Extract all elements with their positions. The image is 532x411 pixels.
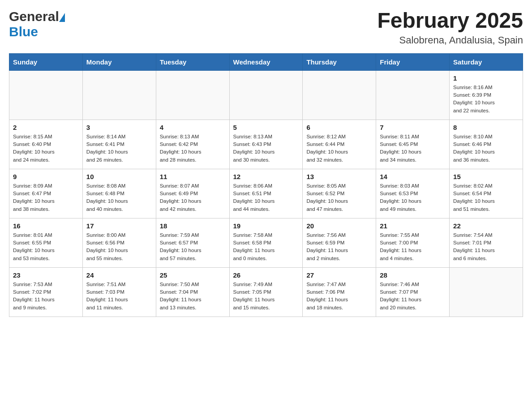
day-info: Sunrise: 8:00 AM Sunset: 6:56 PM Dayligh… xyxy=(86,231,152,262)
day-number: 14 xyxy=(380,173,446,180)
calendar-cell: 6Sunrise: 8:12 AM Sunset: 6:44 PM Daylig… xyxy=(303,120,376,169)
calendar-cell: 13Sunrise: 8:05 AM Sunset: 6:52 PM Dayli… xyxy=(303,169,376,218)
day-number: 10 xyxy=(86,173,152,180)
day-number: 13 xyxy=(306,173,372,180)
day-number: 11 xyxy=(160,173,226,180)
day-number: 6 xyxy=(306,124,372,131)
day-info: Sunrise: 8:12 AM Sunset: 6:44 PM Dayligh… xyxy=(306,133,372,164)
calendar-header: SundayMondayTuesdayWednesdayThursdayFrid… xyxy=(9,53,523,70)
day-info: Sunrise: 7:49 AM Sunset: 7:05 PM Dayligh… xyxy=(233,281,299,312)
day-info: Sunrise: 7:54 AM Sunset: 7:01 PM Dayligh… xyxy=(453,231,519,262)
day-number: 8 xyxy=(453,124,519,131)
calendar-week-row: 2Sunrise: 8:15 AM Sunset: 6:40 PM Daylig… xyxy=(9,120,523,169)
calendar-cell: 27Sunrise: 7:47 AM Sunset: 7:06 PM Dayli… xyxy=(303,267,376,317)
day-of-week-monday: Monday xyxy=(82,53,156,70)
calendar-cell: 17Sunrise: 8:00 AM Sunset: 6:56 PM Dayli… xyxy=(82,218,156,267)
calendar-cell: 18Sunrise: 7:59 AM Sunset: 6:57 PM Dayli… xyxy=(156,218,229,267)
day-number: 5 xyxy=(233,124,299,131)
day-of-week-thursday: Thursday xyxy=(303,53,376,70)
day-info: Sunrise: 7:55 AM Sunset: 7:00 PM Dayligh… xyxy=(380,231,446,262)
calendar-week-row: 1Sunrise: 8:16 AM Sunset: 6:39 PM Daylig… xyxy=(9,70,523,120)
day-of-week-sunday: Sunday xyxy=(9,53,83,70)
calendar-cell: 8Sunrise: 8:10 AM Sunset: 6:46 PM Daylig… xyxy=(450,120,523,169)
day-info: Sunrise: 8:01 AM Sunset: 6:55 PM Dayligh… xyxy=(13,231,79,262)
day-of-week-friday: Friday xyxy=(376,53,450,70)
calendar-cell: 5Sunrise: 8:13 AM Sunset: 6:43 PM Daylig… xyxy=(229,120,303,169)
calendar-cell: 1Sunrise: 8:16 AM Sunset: 6:39 PM Daylig… xyxy=(450,70,523,120)
calendar-cell: 26Sunrise: 7:49 AM Sunset: 7:05 PM Dayli… xyxy=(229,267,303,317)
day-info: Sunrise: 7:50 AM Sunset: 7:04 PM Dayligh… xyxy=(160,281,226,312)
page-header: General Blue February 2025 Salobrena, An… xyxy=(9,9,523,46)
calendar-week-row: 23Sunrise: 7:53 AM Sunset: 7:02 PM Dayli… xyxy=(9,267,523,317)
logo-triangle-icon xyxy=(59,13,65,22)
calendar-cell: 23Sunrise: 7:53 AM Sunset: 7:02 PM Dayli… xyxy=(9,267,83,317)
day-info: Sunrise: 7:46 AM Sunset: 7:07 PM Dayligh… xyxy=(380,281,446,312)
calendar-cell: 9Sunrise: 8:09 AM Sunset: 6:47 PM Daylig… xyxy=(9,169,83,218)
calendar-cell xyxy=(376,70,450,120)
day-number: 3 xyxy=(86,124,152,131)
day-info: Sunrise: 8:14 AM Sunset: 6:41 PM Dayligh… xyxy=(86,133,152,164)
day-number: 24 xyxy=(86,271,152,279)
day-number: 2 xyxy=(13,124,79,131)
day-number: 9 xyxy=(13,173,79,180)
calendar-cell xyxy=(9,70,83,120)
calendar-cell: 15Sunrise: 8:02 AM Sunset: 6:54 PM Dayli… xyxy=(450,169,523,218)
logo: General Blue xyxy=(9,9,65,39)
calendar-cell: 21Sunrise: 7:55 AM Sunset: 7:00 PM Dayli… xyxy=(376,218,450,267)
day-number: 15 xyxy=(453,173,519,180)
day-number: 21 xyxy=(380,222,446,230)
calendar-cell: 22Sunrise: 7:54 AM Sunset: 7:01 PM Dayli… xyxy=(450,218,523,267)
day-info: Sunrise: 8:02 AM Sunset: 6:54 PM Dayligh… xyxy=(453,182,519,213)
calendar-cell xyxy=(303,70,376,120)
location-text: Salobrena, Andalusia, Spain xyxy=(377,34,523,46)
day-of-week-wednesday: Wednesday xyxy=(229,53,303,70)
day-info: Sunrise: 8:09 AM Sunset: 6:47 PM Dayligh… xyxy=(13,182,79,213)
day-info: Sunrise: 8:06 AM Sunset: 6:51 PM Dayligh… xyxy=(233,182,299,213)
day-number: 23 xyxy=(13,271,79,279)
calendar-cell: 16Sunrise: 8:01 AM Sunset: 6:55 PM Dayli… xyxy=(9,218,83,267)
day-info: Sunrise: 8:05 AM Sunset: 6:52 PM Dayligh… xyxy=(306,182,372,213)
day-number: 20 xyxy=(306,222,372,230)
calendar-cell: 19Sunrise: 7:58 AM Sunset: 6:58 PM Dayli… xyxy=(229,218,303,267)
calendar-cell: 11Sunrise: 8:07 AM Sunset: 6:49 PM Dayli… xyxy=(156,169,229,218)
calendar-cell: 24Sunrise: 7:51 AM Sunset: 7:03 PM Dayli… xyxy=(82,267,156,317)
day-number: 25 xyxy=(160,271,226,279)
day-number: 19 xyxy=(233,222,299,230)
day-number: 27 xyxy=(306,271,372,279)
calendar-cell: 14Sunrise: 8:03 AM Sunset: 6:53 PM Dayli… xyxy=(376,169,450,218)
day-number: 18 xyxy=(160,222,226,230)
calendar-cell xyxy=(82,70,156,120)
day-header-row: SundayMondayTuesdayWednesdayThursdayFrid… xyxy=(9,53,523,70)
calendar-cell: 2Sunrise: 8:15 AM Sunset: 6:40 PM Daylig… xyxy=(9,120,83,169)
day-info: Sunrise: 8:15 AM Sunset: 6:40 PM Dayligh… xyxy=(13,133,79,164)
day-number: 28 xyxy=(380,271,446,279)
calendar-cell: 4Sunrise: 8:13 AM Sunset: 6:42 PM Daylig… xyxy=(156,120,229,169)
day-info: Sunrise: 7:53 AM Sunset: 7:02 PM Dayligh… xyxy=(13,281,79,312)
day-number: 26 xyxy=(233,271,299,279)
day-info: Sunrise: 7:58 AM Sunset: 6:58 PM Dayligh… xyxy=(233,231,299,262)
calendar-cell xyxy=(229,70,303,120)
day-number: 17 xyxy=(86,222,152,230)
day-number: 7 xyxy=(380,124,446,131)
day-info: Sunrise: 7:59 AM Sunset: 6:57 PM Dayligh… xyxy=(160,231,226,262)
logo-general-text: General xyxy=(9,9,59,24)
calendar-cell: 10Sunrise: 8:08 AM Sunset: 6:48 PM Dayli… xyxy=(82,169,156,218)
calendar-week-row: 9Sunrise: 8:09 AM Sunset: 6:47 PM Daylig… xyxy=(9,169,523,218)
logo-blue-text: Blue xyxy=(9,24,38,39)
day-number: 16 xyxy=(13,222,79,230)
day-of-week-tuesday: Tuesday xyxy=(156,53,229,70)
day-number: 4 xyxy=(160,124,226,131)
calendar-cell: 25Sunrise: 7:50 AM Sunset: 7:04 PM Dayli… xyxy=(156,267,229,317)
calendar-week-row: 16Sunrise: 8:01 AM Sunset: 6:55 PM Dayli… xyxy=(9,218,523,267)
day-number: 1 xyxy=(453,74,519,82)
title-section: February 2025 Salobrena, Andalusia, Spai… xyxy=(377,9,523,46)
calendar-cell: 20Sunrise: 7:56 AM Sunset: 6:59 PM Dayli… xyxy=(303,218,376,267)
calendar-cell: 7Sunrise: 8:11 AM Sunset: 6:45 PM Daylig… xyxy=(376,120,450,169)
day-info: Sunrise: 8:10 AM Sunset: 6:46 PM Dayligh… xyxy=(453,133,519,164)
calendar-cell xyxy=(450,267,523,317)
calendar-cell: 28Sunrise: 7:46 AM Sunset: 7:07 PM Dayli… xyxy=(376,267,450,317)
calendar-cell: 3Sunrise: 8:14 AM Sunset: 6:41 PM Daylig… xyxy=(82,120,156,169)
day-info: Sunrise: 7:51 AM Sunset: 7:03 PM Dayligh… xyxy=(86,281,152,312)
day-info: Sunrise: 7:47 AM Sunset: 7:06 PM Dayligh… xyxy=(306,281,372,312)
day-info: Sunrise: 8:07 AM Sunset: 6:49 PM Dayligh… xyxy=(160,182,226,213)
